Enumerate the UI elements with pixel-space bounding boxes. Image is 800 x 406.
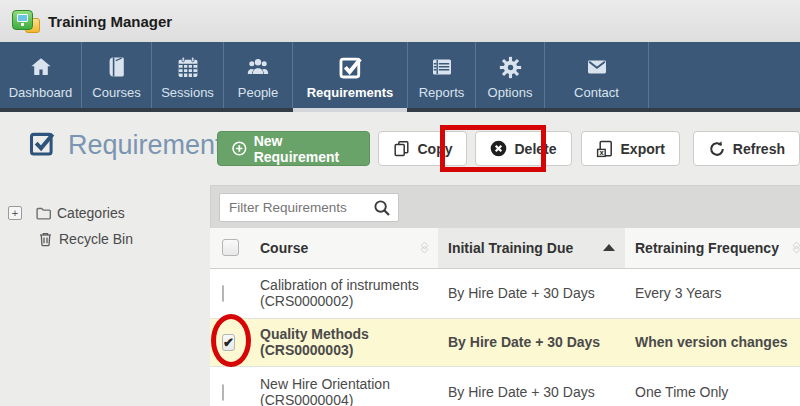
sort-icon — [421, 242, 428, 253]
tab-people[interactable]: People — [224, 42, 293, 108]
check-square-icon — [337, 52, 364, 82]
header-select-all — [210, 228, 250, 268]
page-title: Requirements — [28, 129, 236, 161]
tab-sessions[interactable]: Sessions — [152, 42, 224, 108]
tab-requirements[interactable]: Requirements — [293, 42, 408, 108]
calendar-icon — [175, 52, 201, 82]
check-square-icon — [28, 129, 56, 161]
sort-icon — [793, 242, 800, 253]
x-circle-icon — [490, 140, 507, 157]
toolbar: New Requirement Copy Delete x Export Ref… — [217, 131, 800, 166]
row-checkbox[interactable] — [222, 285, 224, 302]
gear-icon — [498, 52, 523, 82]
table-row-selected[interactable]: ✔ Quality Methods (CRS0000003) By Hire D… — [210, 318, 800, 366]
people-icon — [244, 52, 272, 82]
column-label: Retraining Frequency — [635, 240, 779, 256]
monitor-stand — [21, 23, 24, 26]
cell-initial-training-due: By Hire Date + 30 Days — [438, 318, 625, 366]
tab-label: People — [238, 85, 278, 100]
button-label: Export — [621, 141, 665, 157]
window-title: Training Manager — [48, 13, 172, 30]
tab-label: Reports — [419, 85, 465, 100]
home-icon — [28, 52, 54, 82]
tab-dashboard[interactable]: Dashboard — [0, 42, 82, 108]
envelope-icon — [583, 52, 611, 82]
cell-retraining-frequency: When version changes — [625, 318, 800, 366]
training-manager-window: Training Manager Dashboard Courses Sessi… — [0, 0, 800, 406]
copy-icon — [393, 140, 410, 157]
column-label: Course — [260, 240, 308, 256]
cell-retraining-frequency: Every 3 Years — [625, 268, 800, 318]
sort-asc-icon — [603, 244, 615, 251]
filter-input[interactable] — [220, 200, 360, 215]
header-course[interactable]: Course — [250, 228, 438, 268]
training-manager-logo-icon — [8, 6, 42, 36]
new-requirement-button[interactable]: New Requirement — [217, 131, 370, 166]
filter-bar — [210, 185, 800, 228]
expand-icon[interactable]: + — [8, 206, 22, 220]
cell-initial-training-due: By Hire Date + 30 Days — [438, 366, 625, 406]
report-icon — [429, 52, 455, 82]
header-initial-training-due[interactable]: Initial Training Due — [438, 228, 625, 268]
cell-course: New Hire Orientation (CRS0000004) — [250, 366, 438, 406]
book-icon — [105, 52, 129, 82]
page-title-text: Requirements — [68, 130, 236, 161]
copy-button[interactable]: Copy — [378, 131, 467, 166]
table-row[interactable]: Calibration of instruments (CRS0000002) … — [210, 268, 800, 318]
button-label: Delete — [514, 141, 556, 157]
requirements-table: Course Initial Training Due — [210, 228, 800, 406]
content-area: Requirements + Categories Recycle Bin — [0, 112, 800, 406]
logo-green-square — [12, 10, 33, 30]
tree-item-categories[interactable]: + Categories — [8, 200, 133, 226]
tab-options[interactable]: Options — [476, 42, 545, 108]
tab-label: Courses — [92, 85, 140, 100]
table-header-row: Course Initial Training Due — [210, 228, 800, 268]
cell-course: Quality Methods (CRS0000003) — [250, 318, 438, 366]
excel-export-icon: x — [596, 140, 614, 158]
tab-label: Contact — [574, 85, 619, 100]
tab-label: Dashboard — [9, 85, 73, 100]
tree-item-recycle-bin[interactable]: Recycle Bin — [8, 226, 133, 252]
tab-label: Options — [488, 85, 533, 100]
refresh-icon — [708, 140, 726, 158]
monitor-icon — [17, 14, 28, 22]
tab-label: Sessions — [161, 85, 214, 100]
button-label: Refresh — [733, 141, 785, 157]
tab-label: Requirements — [307, 85, 394, 100]
delete-button[interactable]: Delete — [475, 131, 571, 166]
header-retraining-frequency[interactable]: Retraining Frequency — [625, 228, 800, 268]
column-label: Initial Training Due — [448, 240, 573, 256]
folder-icon — [34, 206, 52, 221]
main-nav: Dashboard Courses Sessions People Requir — [0, 42, 800, 112]
tab-courses[interactable]: Courses — [82, 42, 152, 108]
titlebar: Training Manager — [0, 0, 800, 42]
button-label: Copy — [417, 141, 452, 157]
cell-course: Calibration of instruments (CRS0000002) — [250, 268, 438, 318]
requirements-panel: Course Initial Training Due — [210, 185, 800, 406]
search-icon[interactable] — [373, 199, 391, 221]
table-row[interactable]: New Hire Orientation (CRS0000004) By Hir… — [210, 366, 800, 406]
cell-initial-training-due: By Hire Date + 30 Days — [438, 268, 625, 318]
tree-item-label: Recycle Bin — [59, 231, 133, 247]
plus-circle-icon — [232, 140, 247, 157]
filter-input-box — [219, 193, 399, 222]
select-all-checkbox[interactable] — [222, 239, 239, 256]
row-checkbox[interactable] — [222, 384, 224, 401]
tab-reports[interactable]: Reports — [408, 42, 476, 108]
export-button[interactable]: x Export — [581, 131, 680, 166]
row-checkbox-checked[interactable]: ✔ — [222, 334, 235, 351]
tree-item-label: Categories — [57, 205, 125, 221]
refresh-button[interactable]: Refresh — [693, 131, 800, 166]
sidebar-tree: + Categories Recycle Bin — [8, 200, 133, 252]
tab-contact[interactable]: Contact — [545, 42, 649, 108]
trash-icon — [36, 231, 54, 247]
button-label: New Requirement — [254, 133, 356, 165]
cell-retraining-frequency: One Time Only — [625, 366, 800, 406]
